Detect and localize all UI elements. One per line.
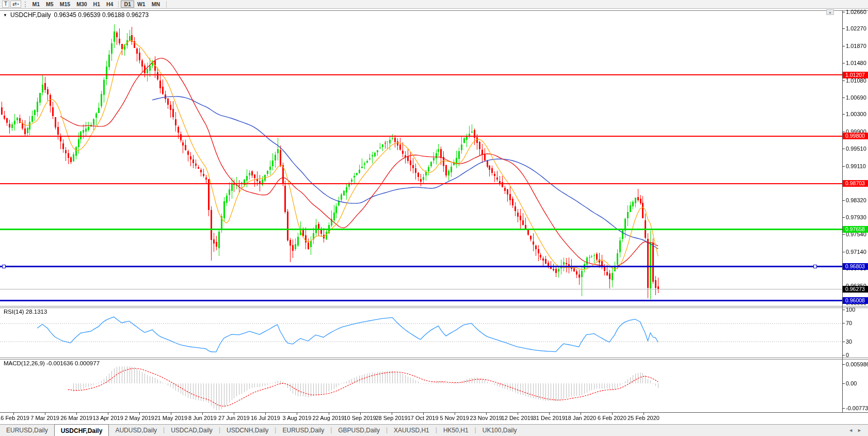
tab-gbpusd-daily[interactable]: GBPUSD,Daily [332,425,386,436]
tab-usdcnh-daily[interactable]: USDCNH,Daily [220,425,275,436]
rsi-axis-tick: 0 [846,352,849,358]
current-price-label: 0.96273 [843,286,868,293]
chart-canvas[interactable] [0,9,868,424]
tab-xauusd-h1[interactable]: XAUUSD,H1 [388,425,436,436]
rsi-indicator-label: RSI(14) 28.1313 [4,309,47,315]
chart-tab-bar: EURUSD,DailyUSDCHF,DailyAUDUSD,Daily|USD… [0,424,868,436]
hline-price-label: 0.96008 [843,297,868,304]
styler-icon: ⇄ [12,1,17,7]
date-label: 13 Apr 2019 [92,415,123,421]
price-axis-tick: 0.99510 [846,146,866,152]
rsi-axis-tick: 30 [846,338,852,345]
tab-scroll-left-icon[interactable]: ◄ [848,428,853,436]
chart-ohlc-values: 0.96345 0.96539 0.96188 0.96273 [54,11,149,19]
macd-axis-tick: 0.005986 [846,361,868,367]
hline-price-label: 1.01207 [843,72,868,78]
price-axis-tick: 1.01480 [846,60,866,66]
date-label: 17 Oct 2019 [408,415,439,421]
hline-price-label: 0.96803 [843,263,868,270]
text-tool-button[interactable]: T [2,1,9,8]
chart-symbol-period: USDCHF,Daily [10,11,51,19]
date-label: 27 Jun 2019 [218,415,250,421]
date-label: 16 Jul 2019 [251,415,280,421]
timeframe-button-m15[interactable]: M15 [57,1,73,8]
date-label: 2 May 2019 [124,415,154,421]
date-label: 22 Aug 2019 [313,415,345,421]
date-label: 8 Jun 2019 [188,415,216,421]
date-label: 16 Feb 2019 [0,415,29,421]
chart-tabs: EURUSD,DailyUSDCHF,DailyAUDUSD,Daily|USD… [0,425,523,436]
timeframe-button-d1[interactable]: D1 [121,1,134,8]
rsi-axis-tick: 100 [846,306,855,313]
hline-price-label: 0.99800 [843,133,868,139]
dropdown-caret-icon: ▾ [18,1,19,7]
date-label: 18 Jan 2020 [565,415,597,421]
date-label: 10 Sep 2019 [344,415,376,421]
date-label: 26 Mar 2019 [60,415,92,421]
hline-price-label: 0.97658 [843,226,868,233]
timeframe-button-m30[interactable]: M30 [73,1,90,8]
timeframe-button-m1[interactable]: M1 [29,1,43,8]
toolbar-separator [166,1,167,8]
toolbar-grip[interactable] [25,2,26,7]
price-axis-tick: 0.97140 [846,249,866,255]
chart-title: ▼ USDCHF,Daily 0.96345 0.96539 0.96188 0… [3,11,149,19]
date-label: 5 Nov 2019 [440,415,469,421]
date-label: 12 Dec 2019 [502,415,534,421]
timeframe-button-w1[interactable]: W1 [134,1,149,8]
price-axis-tick: 1.00690 [846,94,866,101]
date-label: 7 Mar 2019 [30,415,59,421]
hline-price-label: 0.98703 [843,180,868,187]
date-label: 3 Aug 2019 [283,415,312,421]
tab-hk50-h1[interactable]: HK50,H1 [437,425,475,436]
tab-scroll-right-icon[interactable]: ► [857,428,862,436]
chart-window: ▼ USDCHF,Daily 0.96345 0.96539 0.96188 0… [0,9,868,424]
timeframe-button-m5[interactable]: M5 [43,1,57,8]
date-label: 28 Sep 2019 [375,415,407,421]
timeframe-button-h1[interactable]: H1 [90,1,103,8]
rsi-axis-tick: 70 [846,320,852,326]
tab-usdchf-daily[interactable]: USDCHF,Daily [54,424,109,436]
timeframe-button-mn[interactable]: MN [149,1,163,8]
tab-eurusd-daily[interactable]: EURUSD,Daily [0,425,54,436]
tab-scroll-arrows: ◄ ► [842,425,868,436]
macd-indicator-label: MACD(12,26,9) -0.001636 0.000977 [4,360,100,366]
price-axis-tick: 1.02660 [846,9,866,15]
date-label: 21 May 2019 [154,415,187,421]
timeframe-group: M1M5M15M30H1H4D1W1MN [29,1,163,8]
date-label: 25 Feb 2020 [628,415,660,421]
price-axis-tick: 0.97930 [846,214,866,220]
styler-button[interactable]: ⇄ ▾ [10,1,21,8]
date-label: 31 Dec 2019 [533,415,565,421]
timeframe-button-h4[interactable]: H4 [103,1,116,8]
axis-scroll-icon[interactable]: ▲ [826,9,834,15]
price-axis-tick: 1.01870 [846,43,866,49]
tab-usdcad-daily[interactable]: USDCAD,Daily [165,425,219,436]
tab-eurusd-daily[interactable]: EURUSD,Daily [276,425,330,436]
date-label: 6 Feb 2020 [598,415,626,421]
macd-axis-tick: 0.00 [846,380,857,386]
price-axis-tick: 1.02270 [846,25,866,31]
price-axis-tick: 0.99110 [846,163,866,169]
top-toolbar: T ⇄ ▾ M1M5M15M30H1H4D1W1MN [0,0,868,9]
tab-audusd-daily[interactable]: AUDUSD,Daily [109,425,163,436]
mt4-window: T ⇄ ▾ M1M5M15M30H1H4D1W1MN ▼ USDCHF,Dail… [0,0,868,436]
macd-axis-tick: -0.007737 [846,405,868,411]
date-label: 23 Nov 2019 [470,415,502,421]
price-axis-tick: 1.00300 [846,111,866,117]
price-axis-tick: 0.98320 [846,197,866,203]
tab-uk100-daily[interactable]: UK100,Daily [476,425,523,436]
collapse-arrow-icon[interactable]: ▼ [3,13,7,18]
toolbar-separator [118,1,119,8]
